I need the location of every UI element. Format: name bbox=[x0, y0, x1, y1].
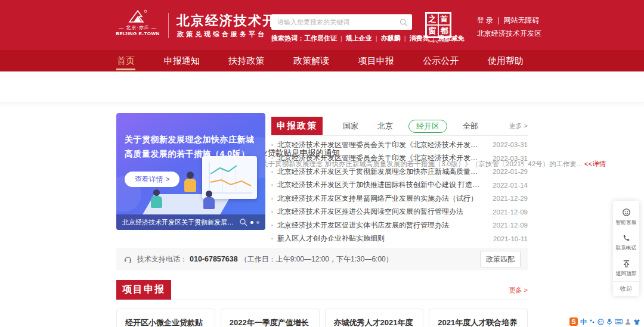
search-input[interactable] bbox=[276, 18, 400, 26]
policy-list-item[interactable]: 北京经济技术开发区管理委员会关于印发《北京经济技术开发区装配式建筑项目财政奖励资… bbox=[271, 138, 528, 152]
nav-item-home[interactable]: 首页 bbox=[113, 50, 138, 71]
bullet-dot bbox=[271, 198, 273, 200]
sogou-logo-icon[interactable]: S bbox=[569, 317, 578, 326]
project-card[interactable]: 2021年度人才联合培养基地资助经费 bbox=[429, 309, 528, 327]
capital-window-seal[interactable]: 之 首 窗 都 bbox=[425, 12, 451, 38]
login-link[interactable]: 登 录 bbox=[477, 16, 493, 24]
bullet-dot bbox=[271, 211, 273, 213]
page: — 北京·亦庄 — BEIJING E-TOWN 北京经济技术开发区 政策兑现综… bbox=[0, 0, 644, 327]
hotword-link[interactable]: 规上企业 bbox=[346, 35, 372, 42]
ime-skin-icon[interactable] bbox=[633, 319, 640, 325]
policy-list-item[interactable]: 北京经济技术开发区促进实体书店发展的暂行管理办法2021-12-09 bbox=[271, 219, 528, 232]
search-box bbox=[271, 14, 412, 30]
ime-microphone-icon[interactable] bbox=[606, 318, 612, 325]
bullet-dot bbox=[271, 238, 273, 239]
policy-date: 2022-01-14 bbox=[493, 182, 528, 189]
person-illustration bbox=[187, 172, 194, 179]
tab-etown-active[interactable]: 经开区 bbox=[408, 120, 447, 133]
policy-list-item[interactable]: 北京经济技术开发区支持星箭网络产业发展的实施办法（试行）2021-12-29 bbox=[271, 192, 528, 205]
bullet-dot bbox=[271, 225, 273, 226]
support-label: 技术支持电话： bbox=[137, 254, 187, 264]
policy-more-link[interactable]: 更多 > bbox=[509, 122, 528, 130]
person-illustration bbox=[151, 196, 162, 208]
back-to-top-button[interactable]: 返回顶部 bbox=[613, 256, 639, 281]
ime-emoji-icon[interactable] bbox=[597, 319, 604, 325]
search-icon[interactable] bbox=[400, 18, 407, 26]
project-card[interactable]: 亦城优秀人才2021年度住房补贴 bbox=[325, 309, 424, 327]
region-label[interactable]: 北京经济技术开发区 bbox=[477, 29, 532, 39]
headset-icon bbox=[123, 255, 132, 264]
policy-list-item[interactable]: 北京经济技术开发区推进公共阅读空间发展的暂行管理办法2021-12-09 bbox=[271, 205, 528, 219]
bullet-dot bbox=[271, 184, 273, 186]
carousel-dot[interactable] bbox=[256, 221, 259, 224]
accessibility-link[interactable]: 网站无障碍 bbox=[503, 16, 539, 24]
floating-toolbar: 智能客服 联系电话 返回顶部 收起 bbox=[613, 201, 639, 296]
tab-all[interactable]: 全部 bbox=[463, 121, 478, 132]
arrow-up-icon bbox=[622, 259, 631, 268]
smart-service-button[interactable]: 智能客服 bbox=[613, 204, 639, 230]
policy-tabs: 国家 北京 经开区 全部 bbox=[333, 117, 488, 135]
bullet-dot bbox=[271, 157, 273, 159]
hotword-link[interactable]: 工作居住证 bbox=[304, 35, 337, 42]
banner-caption[interactable]: 北京经济技术开发区关于贯彻新发展理念... bbox=[122, 218, 239, 227]
policy-date: 2021-12-09 bbox=[493, 222, 528, 229]
banner-caption-bar: 北京经济技术开发区关于贯彻新发展理念... bbox=[116, 214, 265, 230]
site-subtitle: 政策兑现综合服务平台 bbox=[177, 30, 267, 39]
support-bar: 技术支持电话：010-67857638（工作日：上午9:00—12:00，下午1… bbox=[116, 248, 528, 270]
person-illustration bbox=[206, 191, 212, 197]
banner-title-line2: 高质量发展的若干措施（4.0版） bbox=[125, 149, 249, 160]
project-card[interactable]: 2022年一季度产值增长奖励 bbox=[221, 309, 320, 327]
site-logo[interactable]: — 北京·亦庄 — BEIJING E-TOWN bbox=[112, 10, 163, 36]
policy-list-item[interactable]: 新入区人才创办企业补贴实施细则2021-10-11 bbox=[271, 232, 528, 246]
policy-date: 2022-01-29 bbox=[493, 168, 528, 175]
policy-list-item[interactable]: 北京经济技术开发区关于贯彻新发展理念加快亦庄新城高质量发展的若干措施（4.0版）… bbox=[271, 165, 528, 179]
hotword-link[interactable]: 亦麒麟 bbox=[381, 35, 401, 42]
magnifier-illustration-icon bbox=[239, 218, 247, 226]
nav-item-publicity[interactable]: 公示公开 bbox=[419, 50, 462, 71]
project-cards: 经开区小微企业贷款贴息 2022年一季度产值增长奖励 亦城优秀人才2021年度住… bbox=[116, 309, 528, 327]
policy-date: 2021-12-29 bbox=[493, 195, 528, 202]
project-card[interactable]: 经开区小微企业贷款贴息 bbox=[116, 309, 215, 327]
policy-panel-header: 申报政策 国家 北京 经开区 全部 更多 > bbox=[271, 117, 528, 136]
etown-logo-icon bbox=[128, 10, 148, 24]
contact-phone-button[interactable]: 联系电话 bbox=[613, 230, 639, 256]
ime-language-toggle[interactable]: 中 bbox=[580, 317, 587, 326]
policy-date: 2022-03-31 bbox=[493, 141, 528, 148]
nav-item-policies[interactable]: 扶持政策 bbox=[225, 50, 268, 71]
ime-punctuation-icon[interactable] bbox=[589, 319, 595, 325]
hotwords-label: 搜索热词： bbox=[271, 35, 304, 42]
tab-national[interactable]: 国家 bbox=[343, 121, 358, 132]
projects-header: 项目申报 更多 > bbox=[116, 280, 528, 300]
tab-beijing[interactable]: 北京 bbox=[377, 121, 393, 132]
nav-item-interpretation[interactable]: 政策解读 bbox=[290, 50, 333, 71]
banner-detail-button[interactable]: 查看详情 > bbox=[125, 172, 179, 187]
policy-list: 北京经济技术开发区管理委员会关于印发《北京经济技术开发区装配式建筑项目财政奖励资… bbox=[271, 138, 528, 245]
projects-more-link[interactable]: 更多 > bbox=[509, 286, 528, 295]
collapse-toolbar-button[interactable]: 收起 bbox=[613, 281, 639, 296]
policy-list-item[interactable]: 北京经济技术开发区管理委员会关于印发《北京经济技术开发区关于发展装配式建筑的实施… bbox=[271, 152, 528, 166]
seal-caption: Beijing China bbox=[423, 39, 453, 43]
hot-notice-bar: 热门 申报 关于开展经开区小微企业贷款贴息申报的通知 各相关企业：为贯彻落实《关… bbox=[0, 71, 644, 103]
logo-cn-text: — 北京·亦庄 — bbox=[112, 24, 163, 31]
person-illustration bbox=[203, 197, 215, 209]
carousel-dot-active[interactable] bbox=[250, 221, 253, 224]
policy-match-button[interactable]: 政策匹配 bbox=[480, 251, 521, 267]
policy-date: 2022-03-31 bbox=[493, 155, 528, 162]
policy-panel-badge: 申报政策 bbox=[271, 117, 323, 135]
ime-account-icon[interactable] bbox=[625, 319, 631, 325]
nav-item-notices[interactable]: 申报通知 bbox=[160, 50, 203, 71]
top-links: 登 录|网站无障碍 bbox=[477, 15, 532, 26]
ime-toolbar: S 中 bbox=[568, 316, 644, 327]
bullet-dot bbox=[271, 144, 273, 146]
notice-detail-link[interactable]: <<详情 bbox=[584, 160, 606, 167]
policy-list-item[interactable]: 北京经济技术开发区关于加快推进国际科技创新中心建设 打造高精尖产业主阵地的若干意… bbox=[271, 179, 528, 192]
nav-item-help[interactable]: 使用帮助 bbox=[484, 50, 527, 71]
person-illustration bbox=[153, 189, 160, 196]
person-illustration bbox=[184, 179, 196, 192]
banner-carousel[interactable]: 关于贯彻新发展理念加快亦庄新城 高质量发展的若干措施（4.0版） 查看详情 > … bbox=[116, 113, 265, 230]
nav-item-projects[interactable]: 项目申报 bbox=[355, 50, 398, 71]
main-nav: 首页 申报通知 扶持政策 政策解读 项目申报 公示公开 使用帮助 bbox=[0, 50, 644, 71]
projects-badge: 项目申报 bbox=[116, 280, 171, 300]
policy-date: 2021-10-11 bbox=[493, 235, 528, 242]
ime-keyboard-icon[interactable] bbox=[615, 319, 623, 325]
